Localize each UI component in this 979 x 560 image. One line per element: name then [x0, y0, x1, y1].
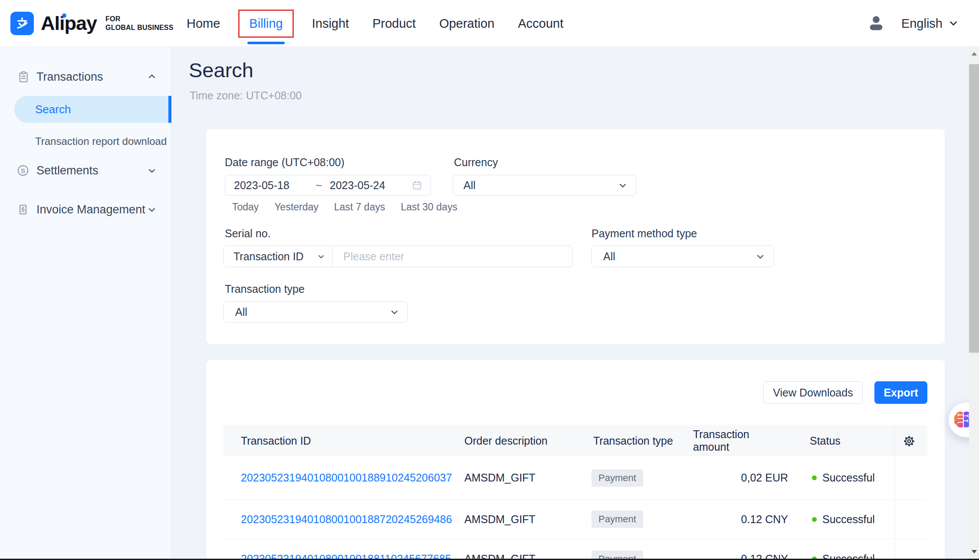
- sidebar-item-transactions[interactable]: Transactions: [0, 66, 171, 88]
- serial-no-label: Serial no.: [225, 227, 271, 240]
- transaction-type-label: Transaction type: [225, 283, 305, 295]
- sidebar-item-search[interactable]: Search: [14, 96, 171, 123]
- scrollbar-down-button[interactable]: [969, 545, 979, 559]
- chevron-down-icon: [948, 18, 959, 29]
- transaction-amount-cell: 0,02 EUR: [693, 456, 788, 499]
- sidebar-transactions-label: Transactions: [36, 70, 103, 84]
- scrollbar[interactable]: [969, 47, 979, 560]
- status-label: Successful: [822, 472, 875, 484]
- status-cell: Successful: [812, 500, 875, 539]
- column-transaction-type: Transaction type: [593, 425, 673, 456]
- language-label: English: [901, 16, 943, 31]
- transaction-type-value: All: [235, 306, 247, 318]
- sidebar-item-transaction-report-download[interactable]: Transaction report download: [0, 132, 171, 151]
- serial-type-select[interactable]: Transaction ID: [224, 246, 333, 267]
- type-badge: Payment: [591, 511, 643, 528]
- order-description-cell: AMSDM_GIFT: [464, 539, 535, 560]
- table-header: Transaction ID Order description Transac…: [223, 425, 927, 456]
- nav-home[interactable]: Home: [187, 16, 220, 31]
- screen: Alipay FOR GLOBAL BUSINESS Home Billing …: [0, 0, 979, 560]
- currency-label: Currency: [454, 156, 498, 169]
- payment-method-type-select[interactable]: All: [591, 246, 774, 267]
- nav-account[interactable]: Account: [518, 16, 564, 31]
- scrollbar-thumb[interactable]: [969, 64, 979, 353]
- chevron-down-icon: [389, 307, 400, 317]
- table-settings-gear-icon[interactable]: [902, 434, 917, 449]
- chevron-down-icon: [147, 204, 157, 215]
- status-dot-icon: [812, 517, 817, 522]
- transaction-type-cell: Payment: [591, 539, 643, 560]
- language-selector[interactable]: English: [901, 16, 959, 31]
- payment-method-type-label: Payment method type: [591, 227, 697, 240]
- quick-link-last-30-days[interactable]: Last 30 days: [401, 201, 457, 213]
- brand-i-dot: [62, 13, 66, 18]
- date-separator: ~: [315, 179, 322, 192]
- filter-panel: Date range (UTC+08:00) 2023-05-18 ~ 2023…: [206, 129, 945, 344]
- user-avatar-icon[interactable]: [867, 14, 886, 33]
- brand-logo[interactable]: Alipay FOR GLOBAL BUSINESS: [10, 0, 174, 47]
- clipboard-icon: [16, 70, 30, 83]
- date-start-value: 2023-05-18: [234, 179, 289, 192]
- quick-link-yesterday[interactable]: Yesterday: [274, 201, 318, 213]
- status-label: Successful: [822, 513, 875, 526]
- transaction-type-select[interactable]: All: [223, 301, 408, 323]
- results-panel: View Downloads Export Transaction ID Ord…: [206, 360, 945, 560]
- sidebar-item-settlements[interactable]: S Settlements: [0, 160, 171, 181]
- brand-tagline: FOR GLOBAL BUSINESS: [105, 15, 174, 32]
- svg-text:$: $: [21, 206, 25, 213]
- serial-no-field: Transaction ID: [223, 246, 573, 267]
- calendar-icon[interactable]: [411, 180, 423, 191]
- quick-link-last-7-days[interactable]: Last 7 days: [334, 201, 385, 213]
- coin-icon: S: [16, 164, 30, 177]
- chevron-up-icon: [147, 72, 157, 82]
- chevron-down-icon: [317, 252, 325, 261]
- sidebar-invoice-label: Invoice Management: [36, 203, 145, 216]
- alipay-logo-icon: [10, 12, 34, 35]
- type-badge: Payment: [591, 469, 643, 487]
- order-description-cell: AMSDM_GIFT: [464, 456, 535, 499]
- view-downloads-button[interactable]: View Downloads: [763, 381, 863, 404]
- brand-name: Alipay: [41, 12, 97, 35]
- transaction-id-link[interactable]: 20230523194010800100188910245206037: [241, 456, 452, 499]
- sidebar: Transactions Search Transaction report d…: [0, 47, 171, 560]
- transaction-type-cell: Payment: [591, 456, 643, 499]
- currency-value: All: [463, 179, 476, 192]
- currency-select[interactable]: All: [453, 175, 636, 196]
- transaction-amount-cell: 0.12 CNY: [693, 500, 788, 539]
- transaction-id-link[interactable]: 20230523194010800100188110245677685: [241, 539, 451, 560]
- date-range-input[interactable]: 2023-05-18 ~ 2023-05-24: [225, 175, 431, 196]
- quick-link-today[interactable]: Today: [232, 201, 259, 213]
- timezone-label: Time zone: UTC+08:00: [190, 89, 302, 102]
- invoice-icon: $: [16, 203, 30, 216]
- export-button[interactable]: Export: [874, 381, 927, 404]
- sidebar-report-label: Transaction report download: [0, 135, 167, 147]
- nav-insight[interactable]: Insight: [312, 16, 349, 31]
- column-status: Status: [810, 425, 841, 456]
- scrollbar-up-button[interactable]: [969, 47, 979, 61]
- date-end-value: 2023-05-24: [330, 179, 385, 192]
- billing-highlight-box: Billing: [238, 10, 293, 38]
- table-row: 20230523194010800100188110245677685 AMSD…: [223, 539, 927, 560]
- chevron-down-icon: [147, 165, 157, 176]
- main-content: Search Time zone: UTC+08:00 Date range (…: [172, 47, 979, 560]
- status-cell: Successful: [812, 539, 875, 560]
- top-navigation: Home Billing Insight Product Operation A…: [187, 0, 563, 47]
- nav-product[interactable]: Product: [372, 16, 416, 31]
- column-transaction-amount: Transaction amount: [693, 425, 788, 456]
- order-description-cell: AMSDM_GIFT: [464, 500, 535, 539]
- column-transaction-id: Transaction ID: [241, 425, 311, 456]
- sidebar-item-invoice-management[interactable]: $ Invoice Management: [0, 199, 171, 220]
- triangle-down-icon: [972, 550, 977, 553]
- serial-no-input[interactable]: [333, 246, 572, 267]
- top-bar: Alipay FOR GLOBAL BUSINESS Home Billing …: [0, 0, 979, 47]
- date-quick-links: Today Yesterday Last 7 days Last 30 days: [232, 201, 457, 213]
- nav-operation[interactable]: Operation: [439, 16, 494, 31]
- payment-method-value: All: [603, 250, 615, 263]
- table-row: 20230523194010800100188910245206037 AMSD…: [223, 456, 927, 500]
- transaction-id-link[interactable]: 20230523194010800100188720245269486: [241, 500, 452, 539]
- chevron-down-icon: [755, 251, 765, 262]
- nav-billing[interactable]: Billing: [249, 16, 283, 31]
- sidebar-search-label: Search: [14, 103, 71, 116]
- column-order-description: Order description: [464, 425, 548, 456]
- date-range-label: Date range (UTC+08:00): [225, 156, 345, 169]
